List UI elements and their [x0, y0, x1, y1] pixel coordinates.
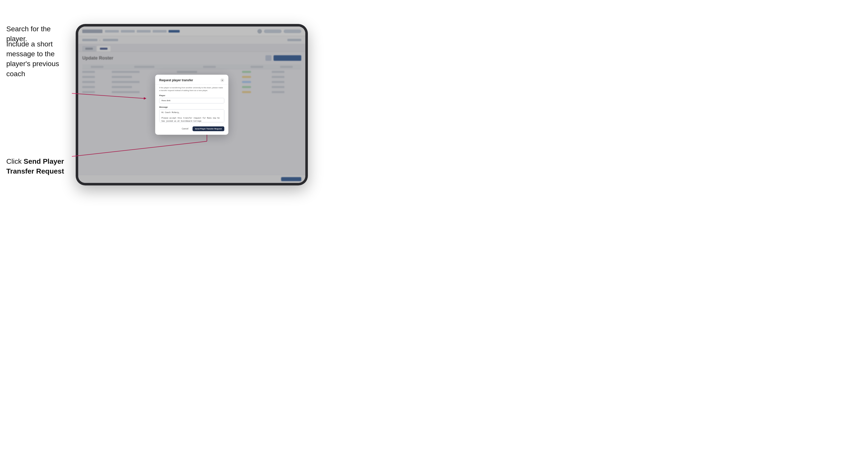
tablet-device: › Update Roster [76, 24, 308, 185]
modal-footer: Cancel Send Player Transfer Request [159, 126, 224, 131]
modal-title: Request player transfer [159, 79, 193, 82]
message-field-label: Message [159, 106, 224, 108]
modal-description: If the player is transferring from anoth… [159, 87, 224, 92]
modal-close-button[interactable]: ✕ [220, 78, 224, 82]
annotation-message-text: Include a short message to the player's … [6, 39, 72, 79]
modal-dialog: Request player transfer ✕ If the player … [155, 75, 228, 135]
modal-body: If the player is transferring from anoth… [155, 85, 228, 135]
player-field-label: Player [159, 94, 224, 97]
annotation-click-text: Click Send Player Transfer Request [6, 156, 72, 176]
modal-header: Request player transfer ✕ [155, 75, 228, 85]
player-search-input[interactable] [159, 98, 224, 103]
cancel-button[interactable]: Cancel [180, 126, 190, 131]
tablet-screen: › Update Roster [78, 27, 305, 183]
send-transfer-request-button[interactable]: Send Player Transfer Request [192, 126, 224, 131]
message-textarea[interactable]: Hi Coach McHarg, Please accept this tran… [159, 109, 224, 122]
modal-overlay: Request player transfer ✕ If the player … [78, 27, 305, 183]
